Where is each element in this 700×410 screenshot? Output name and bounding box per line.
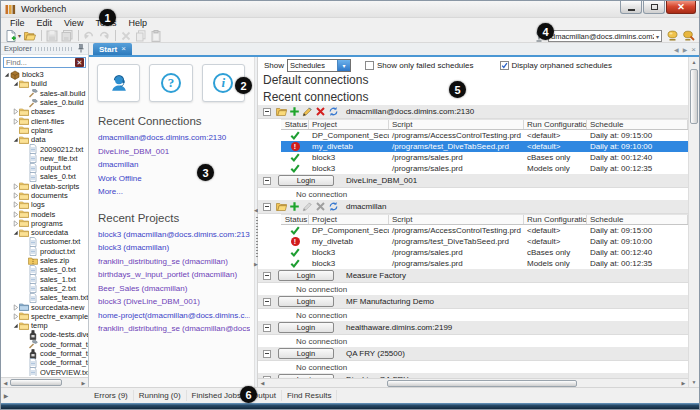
open-project-icon[interactable] <box>276 106 287 117</box>
scroll-down-icon[interactable]: ▼ <box>689 379 699 385</box>
login-button[interactable]: Login <box>278 348 334 359</box>
recent-project-link[interactable]: home-project(dmacmillan@docs.dimins.c... <box>98 309 250 323</box>
schedule-row[interactable]: block3/programs/sales.prdcBases onlyDail… <box>281 247 688 258</box>
login-button[interactable]: Login <box>278 322 334 333</box>
tree-item-documents[interactable]: documents <box>1 191 88 200</box>
add-schedule-icon[interactable] <box>289 201 300 212</box>
tree-item-overview-txt[interactable]: OVERVIEW.txt <box>1 368 88 377</box>
expander-collapsed-icon[interactable] <box>12 118 19 125</box>
expander-collapsed-icon[interactable] <box>12 211 19 218</box>
schedules-vscrollbar[interactable]: ▲ ▼ <box>688 57 699 387</box>
recent-connection-link[interactable]: dmacmillan <box>98 158 250 172</box>
tree-item-product-txt[interactable]: product.txt <box>1 247 88 256</box>
statusbar-tab-errors-9[interactable]: Errors (9) <box>89 390 134 401</box>
schedule-row[interactable]: block3/programs/sales.prdModels onlyDail… <box>281 258 688 269</box>
copy-button[interactable] <box>134 29 148 42</box>
expander-collapsed-icon[interactable] <box>12 192 19 199</box>
recent-project-link[interactable]: franklin_distributing_se (dmacmillan) <box>98 255 250 269</box>
tab-scroll-left-icon[interactable]: ◀ <box>674 46 679 53</box>
menu-help[interactable]: Help <box>122 18 153 29</box>
menu-view[interactable]: View <box>58 18 89 29</box>
tree-item-block3[interactable]: block3 <box>1 70 88 79</box>
tree-item-cbases[interactable]: cbases <box>1 107 88 116</box>
recent-project-link[interactable]: birthdays_w_input_portlet (dmacmillan) <box>98 268 250 282</box>
tree-item-build[interactable]: build <box>1 79 88 88</box>
schedule-row[interactable]: block3/programs/sales.prdModels onlyDail… <box>281 163 688 174</box>
undo-button[interactable] <box>82 29 96 42</box>
save-button[interactable] <box>45 29 59 42</box>
tree-item-20090212-txt[interactable]: 20090212.txt <box>1 144 88 153</box>
collapse-toggle-icon[interactable] <box>263 324 271 332</box>
tree-item-sourcedata-new[interactable]: sourcedata-new <box>1 302 88 311</box>
failed-schedules-checkbox[interactable] <box>365 61 374 70</box>
recent-project-link[interactable]: block3 (dmacmillan@docs.dimins.com:2130) <box>98 228 250 242</box>
expander-collapsed-icon[interactable] <box>12 183 19 190</box>
login-button[interactable]: Login <box>278 175 334 186</box>
collapse-toggle-icon[interactable] <box>263 177 271 185</box>
scrollbar-thumb[interactable] <box>690 69 698 124</box>
tree-item-sales-0-build[interactable]: sales_0.build <box>1 98 88 107</box>
expander-expanded-icon[interactable] <box>12 229 19 236</box>
schedule-row[interactable]: block3/programs/sales.prdcBases onlyDail… <box>281 152 688 163</box>
find-input[interactable] <box>4 58 75 67</box>
refresh-icon[interactable] <box>328 106 339 117</box>
schedule-row[interactable]: !my_divetab/programs/test_DiveTabSeed.pr… <box>281 141 688 152</box>
tree-item-sales-team-txt[interactable]: sales_team.txt <box>1 293 88 302</box>
tree-item-programs[interactable]: programs <box>1 219 88 228</box>
schedule-row[interactable]: DP_Component_Security/programs/AccessCon… <box>281 225 688 236</box>
tree-item-cplans[interactable]: cplans <box>1 126 88 135</box>
tree-item-sales-0-txt[interactable]: sales_0.txt <box>1 172 88 181</box>
tree-item-code-format-tests-d[interactable]: code_format_tests.d <box>1 349 88 358</box>
expander-expanded-icon[interactable] <box>12 136 19 143</box>
menu-file[interactable]: File <box>4 18 31 29</box>
connect-server-icon[interactable] <box>666 30 679 42</box>
tab-close-icon[interactable]: × <box>121 45 126 53</box>
tree-item-sales-zip[interactable]: sales.zip <box>1 256 88 265</box>
statusbar-tab-find-results[interactable]: Find Results <box>282 390 337 401</box>
tree-item-new-file-txt[interactable]: new_file.txt <box>1 154 88 163</box>
collapse-toggle-icon[interactable] <box>263 298 271 306</box>
login-button[interactable]: Login <box>278 296 334 307</box>
expander-expanded-icon[interactable] <box>3 71 10 78</box>
tree-item-models[interactable]: models <box>1 209 88 218</box>
statusbar-tab-finished-jobs[interactable]: Finished Jobs <box>187 390 247 401</box>
status-scroll-icon[interactable]: ▶ <box>1 392 11 399</box>
recent-connection-link[interactable]: dmacmillan@docs.dimins.com:2130 <box>98 131 250 145</box>
connection-combobox[interactable]: dmacmillan@docs.dimins.com21 ▾ <box>548 30 662 42</box>
maximize-button[interactable] <box>643 1 665 14</box>
tree-item-sales-0-txt[interactable]: sales_0.txt <box>1 265 88 274</box>
tree-item-customer-txt[interactable]: customer.txt <box>1 237 88 246</box>
show-dropdown[interactable]: Schedules ▾ <box>287 59 351 72</box>
tree-item-divetab-scripts[interactable]: divetab-scripts <box>1 182 88 191</box>
schedule-row[interactable]: !my_divetab/programs/test_DiveTabSeed.pr… <box>281 236 688 247</box>
recent-project-link[interactable]: block3 (dmacmillan) <box>98 241 250 255</box>
help-button[interactable]: ? <box>149 64 192 102</box>
tree-item-client-files[interactable]: client-files <box>1 116 88 125</box>
recent-connection-link[interactable]: DiveLine_DBM_001 <box>98 145 250 159</box>
explorer-hscrollbar[interactable]: ◀ ▶ <box>1 377 88 387</box>
paste-button[interactable] <box>149 29 163 42</box>
tree-item-code-tests-dive[interactable]: code-tests.dive <box>1 330 88 339</box>
add-connection-icon[interactable] <box>682 30 695 42</box>
tree-item-code-format-tests-f[interactable]: code_format_tests.f <box>1 358 88 367</box>
recent-project-link[interactable]: franklin_distributing_se (dmacmillan@doc… <box>98 322 250 336</box>
orphaned-schedules-checkbox[interactable] <box>500 61 509 70</box>
tree-item-spectre-example[interactable]: spectre_example <box>1 312 88 321</box>
recent-project-link[interactable]: block3 (DiveLine_DBM_001) <box>98 295 250 309</box>
open-project-button[interactable] <box>23 29 37 42</box>
save-all-button[interactable] <box>60 29 74 42</box>
tree-item-sourcedata[interactable]: sourcedata <box>1 228 88 237</box>
scroll-right-icon[interactable]: ▶ <box>79 380 88 386</box>
scrollbar-thumb[interactable] <box>10 379 62 386</box>
schedule-row[interactable]: DP_Component_Security/programs/AccessCon… <box>281 130 688 141</box>
expander-expanded-icon[interactable] <box>12 80 19 87</box>
edit-schedule-icon[interactable] <box>302 106 313 117</box>
user-button[interactable] <box>97 64 140 102</box>
delete-button[interactable] <box>119 29 133 42</box>
expander-collapsed-icon[interactable] <box>12 304 19 311</box>
collapse-toggle-icon[interactable] <box>263 203 271 211</box>
expander-collapsed-icon[interactable] <box>12 201 19 208</box>
tree-item-logs[interactable]: logs <box>1 200 88 209</box>
tree-item-output-txt[interactable]: output.txt <box>1 163 88 172</box>
orphaned-schedules-filter[interactable]: Display orphaned schedules <box>500 61 613 70</box>
